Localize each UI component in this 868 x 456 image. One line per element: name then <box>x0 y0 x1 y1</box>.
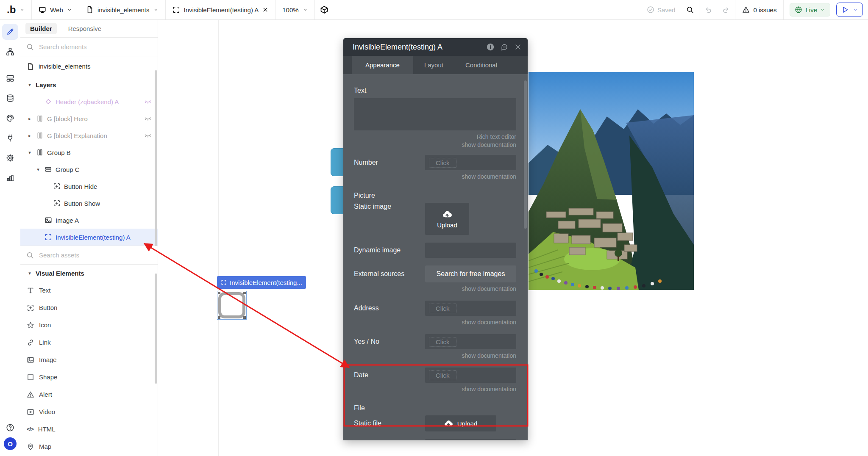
dialog-tab-layout[interactable]: Layout <box>413 56 454 74</box>
asset-item-alert[interactable]: Alert <box>20 386 158 403</box>
save-status: Saved <box>641 6 682 14</box>
panel-tab-responsive[interactable]: Responsive <box>64 23 106 34</box>
sitemap-icon <box>6 47 14 56</box>
chevron-right-icon[interactable]: ▸ <box>27 133 33 138</box>
page-dropdown[interactable]: invisible_elements <box>79 0 165 19</box>
resize-handle[interactable] <box>243 316 246 319</box>
rail-item-data[interactable] <box>2 90 18 106</box>
rail-item-workflows[interactable] <box>2 44 18 60</box>
rail-item-design[interactable] <box>2 24 18 40</box>
dialog-scrollbar-thumb[interactable] <box>524 80 527 229</box>
layer-item-header-zqbackend-a[interactable]: Header (zqbackend) A <box>20 93 158 110</box>
page-icon <box>86 6 94 14</box>
layer-item-image-a[interactable]: Image A <box>20 212 158 229</box>
page-item[interactable]: invisible_elements <box>20 56 158 76</box>
environment-dropdown[interactable]: Live <box>790 3 830 17</box>
show-documentation-link[interactable]: show documentation <box>354 318 516 326</box>
show-documentation-link[interactable]: show documentation <box>354 173 516 181</box>
asset-item-button[interactable]: Button <box>20 299 158 316</box>
asset-item-html[interactable]: </>HTML <box>20 420 158 438</box>
chevron-right-icon[interactable]: ▸ <box>27 116 33 122</box>
eye-closed-icon <box>144 115 152 122</box>
search-assets-row <box>20 246 158 265</box>
cube-icon <box>320 6 328 14</box>
asset-item-shape[interactable]: Shape <box>20 368 158 386</box>
text-field[interactable] <box>354 98 516 130</box>
page-boundary <box>218 19 219 456</box>
number-field[interactable]: Click <box>425 155 516 170</box>
date-field[interactable]: Click <box>425 368 516 383</box>
rail-item-plugins[interactable] <box>2 130 18 146</box>
visibility-toggle[interactable] <box>144 132 152 139</box>
chevron-down-icon[interactable]: ▾ <box>35 167 41 172</box>
asset-item-link[interactable]: Link <box>20 334 158 351</box>
rail-item-components[interactable] <box>2 70 18 86</box>
help-button[interactable] <box>6 423 14 432</box>
static-file-upload-button[interactable]: Upload <box>425 415 496 431</box>
resize-handle[interactable] <box>218 316 220 319</box>
resize-handle[interactable] <box>243 292 246 294</box>
show-documentation-link[interactable]: show documentation <box>354 141 516 149</box>
asset-item-text[interactable]: Text <box>20 282 158 299</box>
asset-item-image[interactable]: Image <box>20 351 158 368</box>
layer-item-g-block-hero[interactable]: ▸G [block] Hero <box>20 110 158 127</box>
preview-3d-button[interactable] <box>315 0 334 19</box>
account-avatar[interactable]: O <box>4 437 17 450</box>
resize-handle[interactable] <box>218 292 220 294</box>
warning-icon <box>742 6 750 14</box>
layer-item-button-hide[interactable]: Button Hide <box>20 178 158 195</box>
asset-item-map[interactable]: Map <box>20 438 158 455</box>
search-button[interactable] <box>681 0 699 19</box>
field-label-number: Number <box>354 159 425 166</box>
layer-item-group-b[interactable]: ▾Group B <box>20 144 158 161</box>
panel-tab-builder[interactable]: Builder <box>25 23 57 34</box>
scrollbar-thumb[interactable] <box>155 274 157 384</box>
zoom-dropdown[interactable]: 100% <box>275 0 314 19</box>
redo-button[interactable] <box>717 0 735 19</box>
show-documentation-link[interactable]: show documentation <box>354 385 516 393</box>
field-row-date: DateClick <box>354 368 516 383</box>
show-documentation-link[interactable]: show documentation <box>354 285 516 293</box>
show-documentation-link[interactable]: show documentation <box>354 352 516 360</box>
yes-no-field[interactable]: Click <box>425 334 516 349</box>
search-elements-input[interactable] <box>38 43 152 51</box>
issues-button[interactable]: 0 issues <box>735 6 783 14</box>
layer-item-button-show[interactable]: Button Show <box>20 195 158 212</box>
rail-item-logs[interactable] <box>2 170 18 186</box>
issues-count: 0 issues <box>753 6 776 14</box>
dialog-titlebar[interactable]: InvisibleElement(testing) A <box>343 38 528 56</box>
undo-button[interactable] <box>699 0 717 19</box>
visual-elements-header[interactable]: ▾ Visual Elements <box>20 265 158 282</box>
rail-item-settings[interactable] <box>2 150 18 166</box>
layer-item-invisibleelement-testing-a[interactable]: InvisibleElement(testing) A <box>20 229 158 246</box>
invisible-element-on-canvas[interactable] <box>217 291 247 320</box>
dialog-tab-conditional[interactable]: Conditional <box>454 56 508 74</box>
asset-item-video[interactable]: Video <box>20 403 158 420</box>
platform-dropdown[interactable]: Web <box>32 0 79 19</box>
asset-item-icon[interactable]: Icon <box>20 316 158 334</box>
search-assets-input[interactable] <box>38 251 152 259</box>
search-icon <box>26 251 34 259</box>
dynamic-link-field[interactable] <box>425 439 516 440</box>
visibility-toggle[interactable] <box>144 98 152 105</box>
logo-menu[interactable]: b <box>0 0 31 19</box>
selected-element-badge[interactable]: InvisibleElement(testing... <box>217 276 306 289</box>
dynamic-image-field[interactable] <box>425 243 516 258</box>
static-image-upload-button[interactable]: Upload <box>425 203 469 235</box>
layer-item-group-c[interactable]: ▾Group C <box>20 161 158 178</box>
layers-header[interactable]: ▾ Layers <box>20 76 158 93</box>
address-field[interactable]: Click <box>425 301 516 316</box>
rich-text-editor-link[interactable]: Rich text editor <box>354 133 516 141</box>
chevron-down-icon[interactable]: ▾ <box>27 150 33 155</box>
element-tab[interactable]: InvisibleElement(testing) A <box>166 0 275 19</box>
search-for-free-images-button[interactable]: Search for free images <box>425 265 516 282</box>
visibility-toggle[interactable] <box>144 115 152 122</box>
upload-button-label: Upload <box>437 221 457 229</box>
layer-item-label: Button Hide <box>64 183 97 190</box>
dialog-tab-appearance[interactable]: Appearance <box>352 56 413 74</box>
layer-item-g-block-explanation[interactable]: ▸G [block] Explanation <box>20 127 158 144</box>
preview-button[interactable] <box>836 3 863 17</box>
bubble-logo: b <box>7 5 16 15</box>
rail-item-styles[interactable] <box>2 110 18 126</box>
scrollbar-thumb[interactable] <box>155 70 157 246</box>
